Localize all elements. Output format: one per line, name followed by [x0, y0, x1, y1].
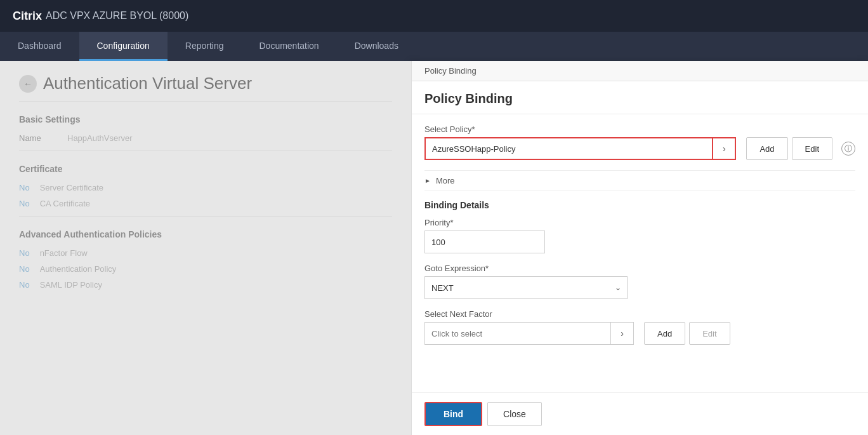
select-policy-input[interactable] [424, 137, 713, 160]
app-header: Citrix ADC VPX AZURE BYOL (8000) [0, 0, 868, 32]
server-cert-text: Server Certificate [40, 183, 103, 192]
edit-policy-button[interactable]: Edit [792, 137, 832, 160]
bind-button[interactable]: Bind [424, 402, 482, 426]
select-policy-label: Select Policy* [424, 124, 855, 134]
next-factor-input[interactable] [424, 322, 611, 345]
basic-settings-title: Basic Settings [19, 114, 392, 124]
server-cert-row: No Server Certificate [19, 183, 392, 192]
saml-text: SAML IDP Policy [40, 280, 102, 290]
nav-tabs: Dashboard Configuration Reporting Docume… [0, 32, 868, 61]
auth-policy-text: Authentication Policy [40, 264, 117, 274]
priority-group: Priority* [424, 218, 855, 253]
binding-details-title: Binding Details [424, 200, 855, 210]
next-factor-input-row: › [424, 322, 634, 345]
back-section: ← Authentication Virtual Server [19, 74, 392, 93]
tab-reporting[interactable]: Reporting [168, 32, 242, 61]
info-icon[interactable]: ⓘ [841, 142, 855, 156]
back-button[interactable]: ← [19, 75, 37, 93]
dialog-body: Select Policy* › Add Edit ⓘ ► More [412, 114, 868, 392]
certificate-title: Certificate [19, 164, 392, 174]
tab-dashboard[interactable]: Dashboard [0, 32, 79, 61]
dialog-breadcrumb: Policy Binding [412, 61, 868, 81]
dialog-title-section: Policy Binding [412, 81, 868, 114]
main-area: ← Authentication Virtual Server Basic Se… [0, 61, 868, 435]
select-policy-btn-group: Add Edit [746, 137, 832, 160]
left-panel: ← Authentication Virtual Server Basic Se… [0, 61, 411, 435]
tab-downloads[interactable]: Downloads [337, 32, 416, 61]
select-policy-arrow-btn[interactable]: › [713, 137, 736, 160]
next-factor-arrow-btn[interactable]: › [611, 322, 634, 345]
product-name: ADC VPX AZURE BYOL (8000) [46, 10, 188, 22]
advanced-auth-title: Advanced Authentication Policies [19, 229, 392, 239]
priority-label: Priority* [424, 218, 855, 227]
dialog-footer: Bind Close [412, 392, 868, 435]
add-next-factor-button[interactable]: Add [644, 322, 685, 345]
edit-next-factor-button[interactable]: Edit [689, 322, 730, 345]
nfactor-no: No [19, 248, 30, 258]
next-factor-label: Select Next Factor [424, 309, 855, 319]
ca-cert-row: No CA Certificate [19, 199, 392, 208]
select-policy-input-row: › [424, 137, 736, 160]
name-label: Name [19, 133, 57, 143]
ca-cert-text: CA Certificate [40, 199, 90, 208]
close-button[interactable]: Close [487, 402, 542, 426]
brand-citrix: Citrix [13, 10, 42, 23]
name-value: HappAuthVserver [67, 133, 133, 143]
auth-policy-no: No [19, 264, 30, 274]
tab-configuration[interactable]: Configuration [79, 32, 168, 61]
more-arrow-icon: ► [424, 177, 431, 184]
next-factor-group: Select Next Factor › Add Edit [424, 309, 855, 345]
goto-expr-group: Goto Expression* NEXT END USE_INVOCATION… [424, 264, 855, 299]
next-factor-btn-group: Add Edit [644, 322, 730, 345]
select-policy-group: Select Policy* › Add Edit ⓘ [424, 124, 855, 160]
brand: Citrix ADC VPX AZURE BYOL (8000) [13, 10, 188, 23]
add-policy-button[interactable]: Add [746, 137, 787, 160]
more-label: More [436, 176, 455, 185]
tab-documentation[interactable]: Documentation [241, 32, 336, 61]
auth-policy-row: No Authentication Policy [19, 264, 392, 274]
nfactor-text: nFactor Flow [40, 248, 88, 258]
nfactor-row: No nFactor Flow [19, 248, 392, 258]
server-cert-no: No [19, 183, 30, 192]
page-title: Authentication Virtual Server [43, 74, 252, 93]
dialog-title: Policy Binding [424, 91, 855, 106]
name-field-row: Name HappAuthVserver [19, 133, 392, 143]
goto-expr-label: Goto Expression* [424, 264, 855, 273]
saml-row: No SAML IDP Policy [19, 280, 392, 290]
saml-no: No [19, 280, 30, 290]
priority-input[interactable] [424, 231, 545, 253]
policy-binding-dialog: Policy Binding Policy Binding Select Pol… [411, 61, 868, 435]
more-section[interactable]: ► More [424, 170, 855, 191]
goto-expr-select[interactable]: NEXT END USE_INVOCATION_RESULT [424, 276, 628, 299]
ca-cert-no: No [19, 199, 30, 208]
